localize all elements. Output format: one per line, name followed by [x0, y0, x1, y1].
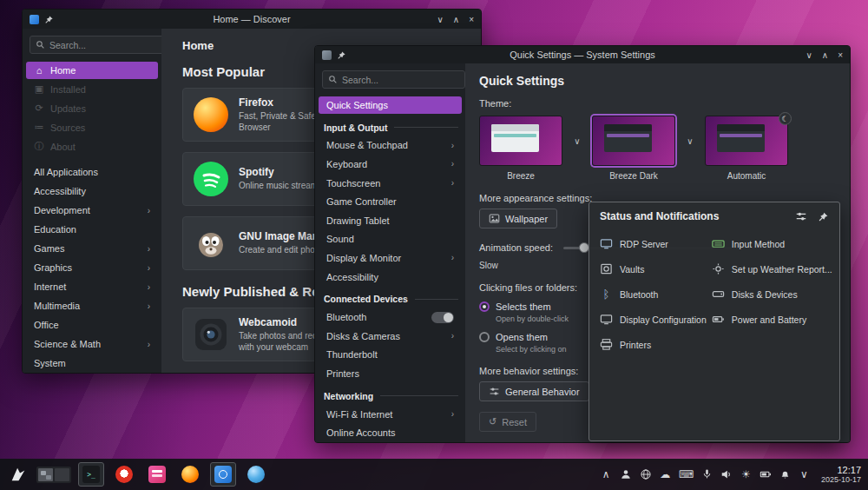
tray-expand-button[interactable]: ∧	[601, 467, 612, 481]
tray-item-bluetooth[interactable]: ᛒ Bluetooth	[600, 281, 707, 307]
discover-category-graphics[interactable]: Graphics›	[26, 259, 158, 276]
maximize-button[interactable]: ∧	[453, 15, 459, 24]
digital-clock[interactable]: 12:17 2025-10-17	[821, 465, 861, 485]
task-browser[interactable]	[243, 462, 269, 487]
theme-preview-breeze[interactable]	[479, 116, 562, 166]
settings-nav-quick-settings[interactable]: Quick Settings	[319, 96, 462, 114]
nav-label: Wi-Fi & Internet	[326, 409, 392, 420]
settings-nav-thunderbolt[interactable]: Thunderbolt	[319, 347, 462, 364]
theme-variant-chevron[interactable]: ∨	[571, 136, 583, 146]
sidebar-item-updates[interactable]: ⟳Updates	[26, 100, 158, 117]
volume-tray-button[interactable]	[720, 467, 733, 481]
discover-category-accessibility[interactable]: Accessibility	[26, 182, 158, 200]
reset-icon: ↺	[489, 416, 496, 427]
theme-name: Breeze	[507, 171, 535, 181]
minimize-button[interactable]: ∨	[437, 15, 444, 24]
pin-icon[interactable]	[44, 15, 54, 24]
settings-nav-disks-cameras[interactable]: Disks & Cameras›	[319, 328, 462, 345]
sidebar-item-home[interactable]: ⌂ Home	[26, 62, 158, 79]
theme-option-automatic[interactable]: ☾ Automatic	[705, 116, 788, 181]
search-input[interactable]	[49, 40, 161, 50]
settings-nav-bluetooth[interactable]: Bluetooth	[319, 308, 462, 326]
tray-item-printers[interactable]: Printers	[600, 332, 707, 357]
search-input[interactable]	[342, 75, 459, 85]
settings-nav-display-monitor[interactable]: Display & Monitor›	[319, 249, 462, 267]
nav-label: Mouse & Touchpad	[326, 140, 408, 150]
user-tray-button[interactable]	[620, 467, 632, 481]
tray-item-rdp-server[interactable]: RDP Server	[600, 231, 707, 256]
application-launcher-button[interactable]	[7, 463, 30, 486]
pager-desktop-2[interactable]	[55, 468, 69, 481]
minimize-button[interactable]: ∨	[806, 50, 812, 60]
configure-icon[interactable]	[795, 210, 807, 222]
task-terminal[interactable]: >_	[78, 462, 104, 487]
theme-variant-chevron[interactable]: ∨	[684, 136, 696, 146]
discover-category-office[interactable]: Office	[26, 316, 158, 334]
settings-titlebar[interactable]: Quick Settings — System Settings ∨ ∧ ×	[315, 46, 850, 63]
settings-nav-online-accounts[interactable]: Online Accounts	[319, 424, 462, 441]
settings-nav-wifi-internet[interactable]: Wi-Fi & Internet›	[319, 406, 462, 423]
discover-category-games[interactable]: Games›	[26, 240, 158, 257]
nav-label: Thunderbolt	[326, 349, 378, 360]
sidebar-item-sources[interactable]: ≔Sources	[26, 119, 158, 136]
radio-unchecked-icon[interactable]	[479, 332, 490, 342]
brightness-tray-button[interactable]: ☀	[740, 467, 752, 481]
tray-item-vaults[interactable]: Vaults	[600, 256, 707, 281]
tray-item-power-battery[interactable]: Power and Battery	[712, 307, 832, 332]
pin-icon[interactable]	[337, 50, 346, 60]
settings-nav-drawing-tablet[interactable]: Drawing Tablet	[319, 212, 462, 229]
theme-preview-breeze-dark[interactable]	[592, 116, 675, 166]
tray-item-weather[interactable]: Set up Weather Report...	[712, 256, 832, 281]
settings-nav-touchscreen[interactable]: Touchscreen›	[319, 175, 462, 192]
theme-preview-automatic[interactable]: ☾	[705, 116, 788, 166]
pager-desktop-1[interactable]	[38, 468, 53, 481]
close-button[interactable]: ×	[469, 15, 474, 24]
tray-item-label: Display Configuration	[620, 315, 707, 325]
microphone-tray-button[interactable]	[701, 467, 713, 481]
weather-icon	[712, 262, 725, 275]
discover-category-education[interactable]: Education	[26, 221, 158, 238]
wallpaper-button[interactable]: Wallpaper	[479, 209, 557, 228]
discover-category-multimedia[interactable]: Multimedia›	[26, 297, 158, 315]
tray-item-display-configuration[interactable]: Display Configuration	[600, 307, 707, 332]
task-firefox[interactable]	[177, 462, 203, 487]
theme-option-breeze-dark[interactable]: Breeze Dark	[592, 116, 675, 181]
sidebar-item-about[interactable]: ⓘAbout	[26, 138, 158, 156]
settings-nav-sound[interactable]: Sound	[319, 231, 462, 248]
task-media-app[interactable]	[111, 462, 137, 487]
discover-search[interactable]	[30, 36, 161, 54]
tray-item-input-method[interactable]: Input Method	[712, 231, 832, 256]
discover-category-development[interactable]: Development›	[26, 202, 158, 219]
settings-nav-mouse-touchpad[interactable]: Mouse & Touchpad›	[319, 137, 462, 155]
tray-item-disks-devices[interactable]: Disks & Devices	[712, 281, 832, 307]
settings-search[interactable]	[322, 70, 465, 89]
cloud-tray-button[interactable]: ☁	[660, 467, 671, 481]
notifications-tray-button[interactable]	[779, 467, 791, 481]
theme-option-breeze[interactable]: Breeze	[479, 116, 562, 181]
bluetooth-toggle[interactable]	[431, 312, 454, 323]
discover-category-all-applications[interactable]: All Applications	[26, 163, 158, 181]
reset-button[interactable]: ↺ Reset	[479, 412, 536, 432]
settings-nav-printers[interactable]: Printers	[319, 365, 462, 382]
network-tray-button[interactable]	[640, 467, 652, 481]
keyboard-tray-button[interactable]: ⌨	[679, 467, 694, 481]
task-pink-app[interactable]	[144, 462, 170, 487]
sidebar-item-installed[interactable]: ▣Installed	[26, 81, 158, 98]
settings-nav-keyboard[interactable]: Keyboard›	[319, 156, 462, 173]
radio-checked-icon[interactable]	[479, 301, 490, 312]
settings-nav-accessibility[interactable]: Accessibility	[319, 268, 462, 286]
pin-icon[interactable]	[818, 211, 829, 222]
discover-category-system[interactable]: System	[26, 354, 158, 372]
battery-tray-button[interactable]	[760, 467, 772, 481]
task-discover[interactable]	[210, 462, 236, 487]
discover-category-science-math[interactable]: Science & Math›	[26, 335, 158, 353]
discover-category-internet[interactable]: Internet›	[26, 278, 158, 295]
discover-titlebar[interactable]: Home — Discover ∨ ∧ ×	[23, 10, 481, 29]
tray-overflow-button[interactable]: ∨	[799, 467, 810, 481]
close-button[interactable]: ×	[838, 50, 843, 60]
pink-app-icon	[148, 466, 166, 483]
nav-label: Touchscreen	[326, 178, 380, 189]
maximize-button[interactable]: ∧	[822, 50, 828, 60]
settings-nav-game-controller[interactable]: Game Controller	[319, 193, 462, 210]
general-behavior-button[interactable]: General Behavior	[479, 381, 589, 401]
